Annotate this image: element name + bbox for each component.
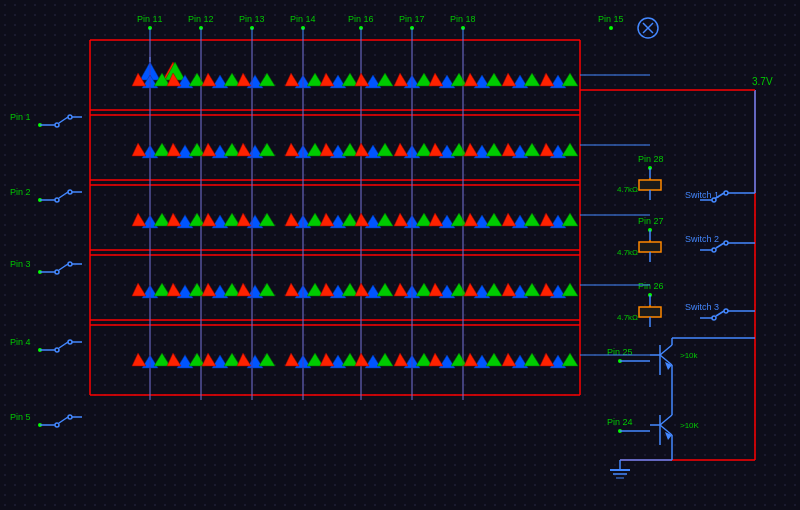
transistor-2-label: >10K: [680, 421, 700, 430]
pin-14-label: Pin 14: [290, 14, 316, 24]
pin-1-label: Pin 1: [10, 112, 31, 122]
transistor-1-label: >10k: [680, 351, 699, 360]
pin-18-label: Pin 18: [450, 14, 476, 24]
pin-15-label: Pin 15: [598, 14, 624, 24]
circuit-diagram: Pin 11 Pin 12 Pin 13 Pin 14 Pin 16 Pin 1…: [0, 0, 800, 510]
pin-16-label: Pin 16: [348, 14, 374, 24]
pin-11-label: Pin 11: [137, 14, 163, 24]
svg-rect-98: [639, 307, 661, 317]
voltage-label: 3.7V: [752, 76, 773, 87]
svg-point-10: [609, 26, 613, 30]
pin-12-label: Pin 12: [188, 14, 214, 24]
pin-24-label: Pin 24: [607, 417, 633, 427]
pin-27-label: Pin 27: [638, 216, 664, 226]
pin-17-label: Pin 17: [399, 14, 425, 24]
svg-rect-88: [639, 242, 661, 252]
resistor-3-label: 4.7kΩ: [617, 313, 638, 322]
pin-5-label: Pin 5: [10, 412, 31, 422]
svg-rect-77: [639, 180, 661, 190]
pin-3-label: Pin 3: [10, 259, 31, 269]
pin-13-label: Pin 13: [239, 14, 265, 24]
resistor-1-label: 4.7kΩ: [617, 185, 638, 194]
pin-26-label: Pin 26: [638, 281, 664, 291]
resistor-2-label: 4.7kΩ: [617, 248, 638, 257]
pin-2-label: Pin 2: [10, 187, 31, 197]
pin-28-label: Pin 28: [638, 154, 664, 164]
pin-4-label: Pin 4: [10, 337, 31, 347]
switch-3-label: Switch 3: [685, 302, 719, 312]
switch-2-label[interactable]: Switch 2: [685, 234, 719, 244]
